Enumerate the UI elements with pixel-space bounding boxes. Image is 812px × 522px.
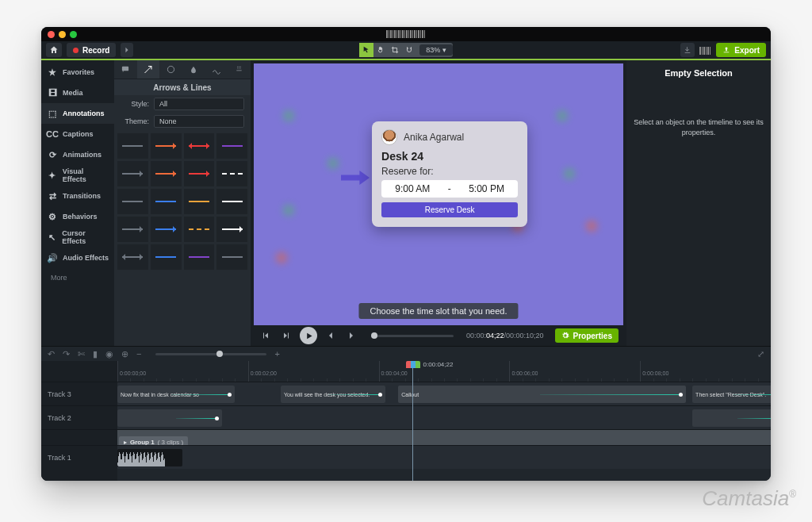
detach-timeline-button[interactable]: ⤢ xyxy=(757,349,764,359)
arrow-swatch[interactable] xyxy=(151,217,182,242)
gear-icon xyxy=(561,332,569,340)
clip[interactable] xyxy=(117,409,222,427)
arrow-swatch[interactable] xyxy=(216,217,247,242)
clip-media[interactable] xyxy=(117,449,182,466)
tab-arrows[interactable] xyxy=(137,60,160,79)
clip[interactable]: Callout xyxy=(398,386,686,403)
undo-button[interactable]: ↶ xyxy=(48,349,55,359)
track-label[interactable]: Track 2 xyxy=(41,405,117,429)
redo-button[interactable]: ↷ xyxy=(63,349,70,359)
hand-tool[interactable] xyxy=(373,43,388,57)
arrow-swatch[interactable] xyxy=(216,161,247,186)
canvas[interactable]: Anika Agarwal Desk 24 Reserve for: 9:00 … xyxy=(254,63,623,325)
sidebar-item-media[interactable]: 🎞Media xyxy=(41,83,114,103)
camera-button[interactable]: ◉ xyxy=(105,349,113,359)
arrow-swatch[interactable] xyxy=(117,189,148,214)
timeline-zoom-slider[interactable] xyxy=(155,353,266,355)
arrow-swatch[interactable] xyxy=(184,189,215,214)
record-button[interactable]: Record xyxy=(67,43,116,57)
split-button[interactable]: ▮ xyxy=(93,349,98,359)
wand-icon: ✦ xyxy=(47,171,58,181)
sidebar-item-label: Behaviors xyxy=(63,213,98,221)
record-label: Record xyxy=(82,46,109,55)
clip[interactable]: You will see the desk you selected. xyxy=(281,386,385,403)
sidebar-item-transitions[interactable]: ⇄Transitions xyxy=(41,186,114,206)
arrow-swatch[interactable] xyxy=(117,133,148,159)
track-1[interactable] xyxy=(117,445,771,469)
step-back-button[interactable] xyxy=(324,328,338,343)
sidebar-item-behaviors[interactable]: ⚙Behaviors xyxy=(41,206,114,227)
sidebar-item-audio-effects[interactable]: 🔊Audio Effects xyxy=(41,248,114,268)
zoom-knob[interactable] xyxy=(216,351,223,357)
magnifier-button[interactable]: ⊕ xyxy=(121,349,128,359)
export-button[interactable]: Export xyxy=(716,43,766,57)
arrow-swatch[interactable] xyxy=(184,133,215,159)
reserve-button[interactable]: Reserve Desk xyxy=(381,202,518,217)
sidebar-more[interactable]: More xyxy=(41,268,114,287)
svg-point-1 xyxy=(168,66,174,72)
cut-button[interactable]: ✄ xyxy=(78,349,85,359)
sidebar-item-cursor-effects[interactable]: ↖Cursor Effects xyxy=(41,227,114,248)
track-label[interactable]: Track 1 xyxy=(41,445,117,469)
tab-blur[interactable] xyxy=(182,60,205,79)
clip[interactable] xyxy=(692,409,771,427)
keystroke-icon xyxy=(235,65,243,74)
arrow-swatch[interactable] xyxy=(151,161,182,186)
zoom-out-button[interactable]: − xyxy=(136,349,141,359)
sidebar-item-favorites[interactable]: ★Favorites xyxy=(41,62,114,83)
arrow-swatch[interactable] xyxy=(184,244,215,270)
arrow-swatch[interactable] xyxy=(151,133,182,159)
callouts-icon xyxy=(121,65,130,74)
sidebar-item-annotations[interactable]: ⬚Annotations xyxy=(41,103,114,124)
arrow-swatch[interactable] xyxy=(151,244,182,270)
arrow-swatch[interactable] xyxy=(117,217,148,242)
timeline-content[interactable]: 0:00:00;000:00:02;000:00:04;000:00:06;00… xyxy=(117,361,771,481)
select-tool[interactable] xyxy=(359,43,373,57)
tab-sketch[interactable] xyxy=(205,60,228,79)
step-forward-button[interactable] xyxy=(344,328,358,343)
track-label-spacer xyxy=(41,429,117,445)
waveform xyxy=(117,451,182,466)
arrow-swatch[interactable] xyxy=(151,189,182,214)
arrow-swatch[interactable] xyxy=(216,133,247,159)
arrow-swatch[interactable] xyxy=(216,189,247,214)
arrow-swatch[interactable] xyxy=(184,217,215,242)
prev-frame-button[interactable] xyxy=(259,328,273,343)
next-frame-button[interactable] xyxy=(279,328,293,343)
slider-knob[interactable] xyxy=(371,332,377,339)
playback-slider[interactable] xyxy=(371,335,454,337)
tab-callouts[interactable] xyxy=(114,60,137,79)
sidebar-item-visual-effects[interactable]: ✦Visual Effects xyxy=(41,165,114,186)
download-button[interactable] xyxy=(680,43,695,57)
magnet-tool[interactable] xyxy=(402,43,416,57)
style-select[interactable]: All xyxy=(154,98,244,110)
tab-keystroke[interactable] xyxy=(228,60,251,79)
export-label: Export xyxy=(734,46,760,55)
chevron-left-icon xyxy=(327,332,335,340)
desk-title: Desk 24 xyxy=(381,150,518,163)
tab-shapes[interactable] xyxy=(159,60,182,79)
track-label[interactable]: Track 3 xyxy=(41,382,117,405)
home-button[interactable] xyxy=(46,43,62,57)
arrow-swatch[interactable] xyxy=(184,161,215,186)
sidebar-item-animations[interactable]: ⟳Animations xyxy=(41,144,114,165)
arrow-swatch[interactable] xyxy=(117,244,148,270)
play-button[interactable] xyxy=(300,327,317,344)
arrow-swatch[interactable] xyxy=(117,161,148,186)
zoom-select[interactable]: 83% ▾ xyxy=(419,44,453,56)
crop-tool[interactable] xyxy=(388,43,402,57)
clip[interactable]: Then select "Reserve Desk". xyxy=(692,386,771,403)
clip[interactable]: Now fix that in desk calendar so xyxy=(117,386,235,403)
theme-select[interactable]: None xyxy=(154,115,244,128)
track-group[interactable]: ▸ Group 1 ( 3 clips ) xyxy=(117,429,771,445)
sound-icon: 🔊 xyxy=(47,253,58,263)
track-3[interactable]: Now fix that in desk calendar soYou will… xyxy=(117,382,771,405)
record-menu-button[interactable] xyxy=(121,43,133,57)
properties-button[interactable]: Properties xyxy=(555,328,619,343)
track-2[interactable] xyxy=(117,405,771,429)
zoom-in-button[interactable]: + xyxy=(274,349,279,359)
sidebar-item-captions[interactable]: CCCaptions xyxy=(41,124,114,144)
badge-icon: ⬚ xyxy=(47,109,58,119)
arrow-swatch[interactable] xyxy=(216,244,247,270)
playhead[interactable] xyxy=(412,361,413,481)
